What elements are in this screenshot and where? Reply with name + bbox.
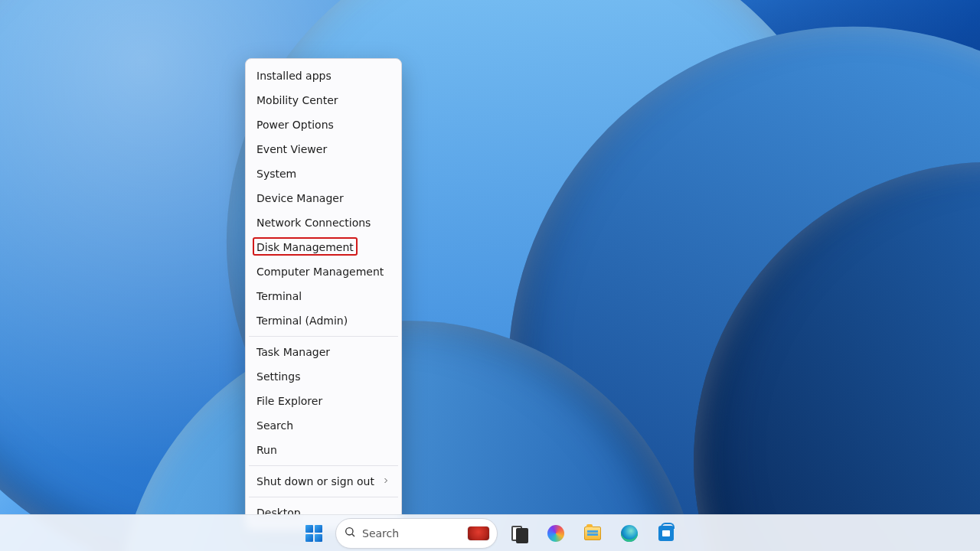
winx-item-terminal[interactable]: Terminal [246, 284, 401, 308]
winx-item-shut-down-or-sign-out[interactable]: Shut down or sign out [246, 469, 401, 494]
winx-item-run[interactable]: Run [246, 438, 401, 462]
winx-item-power-options[interactable]: Power Options [246, 112, 401, 137]
menu-item-label: Installed apps [256, 70, 332, 82]
task-view-button[interactable] [504, 518, 534, 549]
menu-item-label: Power Options [256, 119, 334, 131]
edge-icon [621, 525, 638, 542]
chevron-right-icon [381, 475, 390, 487]
edge-button[interactable] [614, 518, 645, 549]
taskbar-search[interactable]: Search [335, 518, 498, 549]
menu-item-label: Computer Management [256, 266, 384, 278]
winx-item-disk-management[interactable]: Disk Management [246, 235, 401, 259]
winx-menu: Installed appsMobility CenterPower Optio… [245, 58, 402, 530]
copilot-button[interactable] [541, 518, 571, 549]
desktop-wallpaper [0, 0, 980, 551]
menu-item-label: Network Connections [256, 217, 371, 229]
winx-item-file-explorer[interactable]: File Explorer [246, 389, 401, 413]
menu-item-label: Shut down or sign out [256, 475, 374, 487]
winx-item-terminal-admin[interactable]: Terminal (Admin) [246, 308, 401, 333]
search-placeholder: Search [362, 527, 462, 540]
menu-item-label: Terminal (Admin) [256, 315, 348, 327]
start-button[interactable] [299, 518, 329, 549]
windows-logo-icon [305, 525, 322, 542]
menu-item-label: Settings [256, 370, 300, 383]
winx-item-settings[interactable]: Settings [246, 364, 401, 389]
menu-item-label: File Explorer [256, 395, 322, 407]
search-icon [344, 526, 356, 541]
svg-point-0 [346, 527, 353, 534]
menu-separator [249, 336, 398, 337]
winx-item-search[interactable]: Search [246, 413, 401, 438]
winx-item-device-manager[interactable]: Device Manager [246, 186, 401, 210]
menu-item-label: Task Manager [256, 346, 330, 358]
menu-item-label: Terminal [256, 290, 302, 302]
winx-item-event-viewer[interactable]: Event Viewer [246, 137, 401, 161]
winx-item-installed-apps[interactable]: Installed apps [246, 64, 401, 88]
menu-item-label: Event Viewer [256, 143, 327, 155]
winx-item-task-manager[interactable]: Task Manager [246, 340, 401, 364]
taskbar: Search [0, 514, 980, 551]
copilot-icon [547, 525, 564, 542]
file-explorer-icon [584, 527, 601, 540]
menu-item-label: Device Manager [256, 192, 344, 204]
menu-separator [249, 465, 398, 466]
store-button[interactable] [651, 518, 681, 549]
file-explorer-button[interactable] [577, 518, 608, 549]
winx-item-mobility-center[interactable]: Mobility Center [246, 88, 401, 112]
winx-item-system[interactable]: System [246, 161, 401, 186]
menu-item-label: Search [256, 419, 293, 432]
menu-item-label: Disk Management [256, 241, 354, 253]
microsoft-store-icon [658, 526, 674, 541]
svg-line-1 [352, 534, 354, 536]
menu-separator [249, 497, 398, 497]
task-view-icon [511, 526, 527, 541]
menu-item-label: System [256, 168, 296, 180]
winx-item-network-connections[interactable]: Network Connections [246, 210, 401, 235]
menu-item-label: Mobility Center [256, 94, 338, 106]
menu-item-label: Run [256, 444, 277, 456]
search-highlight-icon [468, 527, 489, 540]
winx-item-computer-management[interactable]: Computer Management [246, 259, 401, 284]
